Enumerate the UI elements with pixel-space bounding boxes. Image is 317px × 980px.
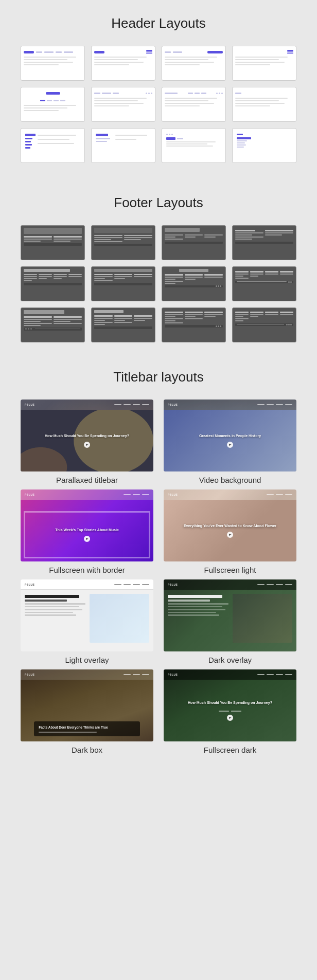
titlebar-thumb-dark-box[interactable]: PBLUS Facts About Deer Everyone Thinks a…: [21, 669, 153, 741]
footer-layouts-section: Footer Layouts: [0, 179, 317, 359]
footer-layout-9[interactable]: [21, 307, 85, 342]
content-dark-overlay: [164, 590, 296, 651]
header-layout-10[interactable]: [91, 128, 155, 163]
titlebar-row-1: PBLUS How Much Should You Be Spending on…: [21, 400, 296, 484]
footer-layout-11[interactable]: [162, 307, 226, 342]
titlebar-row-2: PBLUS This Week's Top Stories About Musi…: [21, 489, 296, 574]
nav-bar-video: PBLUS: [164, 400, 296, 410]
ht-logo: [24, 51, 34, 53]
footer-layout-10[interactable]: [91, 307, 155, 342]
hamburger-icon-2: [287, 50, 293, 54]
titlebar-item-dark-box: PBLUS Facts About Deer Everyone Thinks a…: [21, 669, 153, 754]
header-layout-7[interactable]: [162, 87, 226, 122]
nav-bar-fb: PBLUS: [21, 489, 153, 500]
footer-row-1: [21, 225, 296, 260]
header-layout-3[interactable]: [162, 46, 226, 81]
titlebar-row-4: PBLUS Facts About Deer Everyone Thinks a…: [21, 669, 296, 754]
titlebar-label-fullscreen-dark: Fullscreen dark: [204, 746, 257, 754]
titlebar-heading-fullscreen-dark: How Much Should You Be Spending on Journ…: [188, 700, 272, 705]
nav-bar-do: PBLUS: [164, 579, 296, 590]
header-layout-2[interactable]: [91, 46, 155, 81]
nav-bar-lo: PBLUS: [21, 579, 153, 590]
titlebar-label-light-overlay: Light overlay: [65, 656, 109, 664]
footer-layout-6[interactable]: [91, 266, 155, 301]
play-button-fl[interactable]: [227, 532, 233, 538]
header-layout-11[interactable]: [162, 128, 226, 163]
footer-layouts-title: Footer Layouts: [21, 195, 296, 211]
footer-layout-4[interactable]: [232, 225, 296, 260]
titlebar-heading-video: Greatest Moments in People History: [199, 433, 261, 438]
titlebar-thumb-parallaxed[interactable]: PBLUS How Much Should You Be Spending on…: [21, 400, 153, 471]
titlebar-item-light-overlay: PBLUS: [21, 579, 153, 664]
titlebar-label-fullscreen-light: Fullscreen light: [204, 566, 256, 574]
header-row-1: [21, 46, 296, 81]
header-layout-9[interactable]: [21, 128, 85, 163]
titlebar-label-parallaxed: Parallaxed titlebar: [56, 476, 118, 484]
header-layout-1[interactable]: [21, 46, 85, 81]
titlebar-thumb-dark-overlay[interactable]: PBLUS: [164, 579, 296, 651]
footer-layout-12[interactable]: [232, 307, 296, 342]
titlebar-item-fullscreen-border: PBLUS This Week's Top Stories About Musi…: [21, 489, 153, 574]
titlebar-label-dark-box: Dark box: [72, 746, 102, 754]
titlebar-label-dark-overlay: Dark overlay: [208, 656, 252, 664]
play-button-fsd[interactable]: [227, 715, 233, 721]
content-light-overlay: [21, 590, 153, 651]
header-layouts-title: Header Layouts: [21, 15, 296, 31]
footer-row-2: [21, 266, 296, 301]
header-layout-4[interactable]: [232, 46, 296, 81]
titlebar-label-video: Video background: [199, 476, 261, 484]
footer-layout-2[interactable]: [91, 225, 155, 260]
titlebar-heading-parallaxed: How Much Should You Be Spending on Journ…: [45, 433, 129, 438]
titlebar-thumb-video[interactable]: PBLUS Greatest Moments in People History: [164, 400, 296, 471]
header-layout-5[interactable]: [21, 87, 85, 122]
nav-bar-fsd: PBLUS: [164, 669, 296, 680]
play-button-video[interactable]: [227, 442, 233, 448]
hamburger-icon: [146, 50, 152, 54]
header-layouts-section: Header Layouts: [0, 0, 317, 179]
titlebar-thumb-fullscreen-light[interactable]: PBLUS Everything You've Ever Wanted to K…: [164, 489, 296, 561]
nav-bar-fl: PBLUS: [164, 489, 296, 500]
titlebar-label-fullscreen-border: Fullscreen with border: [49, 566, 125, 574]
titlebar-item-video: PBLUS Greatest Moments in People History…: [164, 400, 296, 484]
header-layout-8[interactable]: [232, 87, 296, 122]
titlebar-heading-fullscreen-border: This Week's Top Stories About Music: [55, 528, 119, 532]
titlebar-thumb-fullscreen-border[interactable]: PBLUS This Week's Top Stories About Musi…: [21, 489, 153, 561]
nav-bar-db: PBLUS: [21, 669, 153, 680]
footer-layout-8[interactable]: [232, 266, 296, 301]
footer-layout-1[interactable]: [21, 225, 85, 260]
play-button-fb[interactable]: [84, 536, 90, 542]
titlebar-layouts-title: Titlebar layouts: [21, 369, 296, 385]
titlebar-row-3: PBLUS: [21, 579, 296, 664]
header-row-2: [21, 87, 296, 122]
header-row-3: [21, 128, 296, 163]
titlebar-heading-fullscreen-light: Everything You've Ever Wanted to Know Ab…: [184, 523, 276, 528]
titlebar-layouts-section: Titlebar layouts PBLUS How Much Should Y…: [0, 359, 317, 775]
nav-bar: PBLUS: [21, 400, 153, 410]
play-button[interactable]: [84, 442, 90, 448]
footer-layout-3[interactable]: [162, 225, 226, 260]
header-layout-6[interactable]: [91, 87, 155, 122]
titlebar-item-fullscreen-dark: PBLUS How Much Should You Be Spending on…: [164, 669, 296, 754]
titlebar-item-parallaxed: PBLUS How Much Should You Be Spending on…: [21, 400, 153, 484]
footer-layout-5[interactable]: [21, 266, 85, 301]
titlebar-thumb-fullscreen-dark[interactable]: PBLUS How Much Should You Be Spending on…: [164, 669, 296, 741]
titlebar-item-dark-overlay: PBLUS: [164, 579, 296, 664]
footer-layout-7[interactable]: [162, 266, 226, 301]
header-layout-12[interactable]: [232, 128, 296, 163]
footer-row-3: [21, 307, 296, 342]
titlebar-item-fullscreen-light: PBLUS Everything You've Ever Wanted to K…: [164, 489, 296, 574]
titlebar-thumb-light-overlay[interactable]: PBLUS: [21, 579, 153, 651]
